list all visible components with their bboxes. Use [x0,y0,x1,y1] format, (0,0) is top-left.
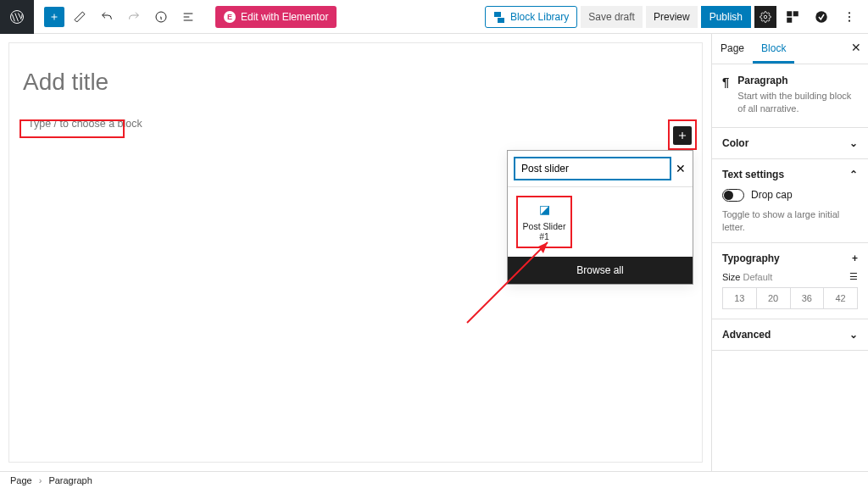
elementor-label: Edit with Elementor [241,11,328,23]
save-draft-button[interactable]: Save draft [581,6,643,28]
section-title: Typography [722,252,780,264]
editor-canvas: Type / to choose a block ✕ ◪ Post Slider… [8,42,703,463]
paragraph-icon: ¶ [722,75,729,115]
post-title-input[interactable] [23,69,688,96]
edit-with-elementor-button[interactable]: E Edit with Elementor [215,6,337,28]
block-info: ¶ Paragraph Start with the building bloc… [712,64,868,128]
svg-point-8 [849,15,850,17]
block-search-row: ✕ [508,151,693,187]
breadcrumb-separator: › [39,475,42,485]
plus-icon[interactable]: + [852,252,858,264]
block-name: Paragraph [737,75,858,86]
section-title: Color [722,137,748,149]
size-label: Size [722,272,740,282]
tab-page[interactable]: Page [712,34,753,64]
section-header[interactable]: Typography+ [722,252,858,264]
size-preset[interactable]: 13 [723,288,757,308]
dropcap-label: Drop cap [751,189,793,201]
block-search-input[interactable] [515,158,670,180]
sidebar-section-advanced[interactable]: Advanced⌄ [712,319,868,351]
breadcrumb-item[interactable]: Paragraph [48,475,92,485]
breadcrumb-item[interactable]: Page [10,475,32,485]
editor-canvas-area: Type / to choose a block ✕ ◪ Post Slider… [0,34,711,471]
outline-icon[interactable] [176,5,200,29]
size-preset[interactable]: 42 [824,288,857,308]
browse-all-button[interactable]: Browse all [508,257,693,284]
block-description: Start with the building block of all nar… [737,90,858,115]
plugin-icon-1[interactable] [780,4,805,30]
size-preset[interactable]: 20 [757,288,791,308]
section-title: Text settings [722,169,784,180]
svg-point-2 [764,15,767,19]
elementor-icon: E [224,11,236,23]
sidebar-section-typography: Typography+ Size Default ☰ 13 20 36 42 [712,243,868,319]
dropcap-toggle[interactable] [722,189,744,202]
annotation-highlight [19,119,125,138]
redo-icon[interactable] [122,5,146,29]
clear-search-icon[interactable]: ✕ [676,162,686,175]
section-header[interactable]: Text settings⌃ [722,169,858,180]
svg-rect-4 [793,11,798,16]
block-result-post-slider[interactable]: ◪ Post Slider #1 [518,197,570,247]
size-default: Default [743,272,772,282]
svg-rect-5 [787,17,792,22]
chevron-up-icon: ⌃ [849,169,858,180]
annotation-highlight [668,119,697,150]
block-library-label: Block Library [510,11,569,23]
svg-point-9 [849,19,850,21]
info-icon[interactable] [149,5,173,29]
sidebar-tabs: Page Block ✕ [712,34,868,64]
edit-mode-icon[interactable] [68,5,92,29]
chevron-down-icon: ⌄ [849,329,858,341]
block-library-icon [493,11,505,23]
more-options-icon[interactable] [837,5,861,29]
settings-sliders-icon[interactable]: ☰ [849,271,858,282]
slider-block-icon: ◪ [520,202,569,216]
svg-rect-3 [787,11,792,16]
plugin-icon-2[interactable] [809,4,834,30]
undo-icon[interactable] [95,5,119,29]
settings-sidebar: Page Block ✕ ¶ Paragraph Start with the … [711,34,868,471]
svg-point-6 [815,11,827,23]
font-size-presets: 13 20 36 42 [722,287,858,309]
settings-icon[interactable] [754,6,776,28]
section-title: Advanced [722,329,771,341]
dropcap-description: Toggle to show a large initial letter. [722,208,858,234]
sidebar-section-text-settings: Text settings⌃ Drop cap Toggle to show a… [712,159,868,244]
size-preset[interactable]: 36 [791,288,825,308]
breadcrumb-footer: Page › Paragraph [0,471,868,488]
svg-point-7 [849,12,850,14]
tab-block[interactable]: Block [753,34,794,64]
block-library-button[interactable]: Block Library [485,6,577,28]
publish-button[interactable]: Publish [701,6,751,28]
block-result-label: Post Slider #1 [523,221,566,241]
sidebar-section-color[interactable]: Color⌄ [712,128,868,159]
chevron-down-icon: ⌄ [849,137,858,149]
add-block-button[interactable] [44,7,64,27]
close-sidebar-icon[interactable]: ✕ [851,41,861,54]
annotation-highlight: ◪ Post Slider #1 [516,196,572,248]
block-search-results: ◪ Post Slider #1 [508,187,693,257]
block-inserter-popover: ✕ ◪ Post Slider #1 Browse all [507,150,693,285]
top-toolbar: E Edit with Elementor Block Library Save… [0,0,868,34]
preview-button[interactable]: Preview [646,6,698,28]
wordpress-logo[interactable] [0,0,34,34]
